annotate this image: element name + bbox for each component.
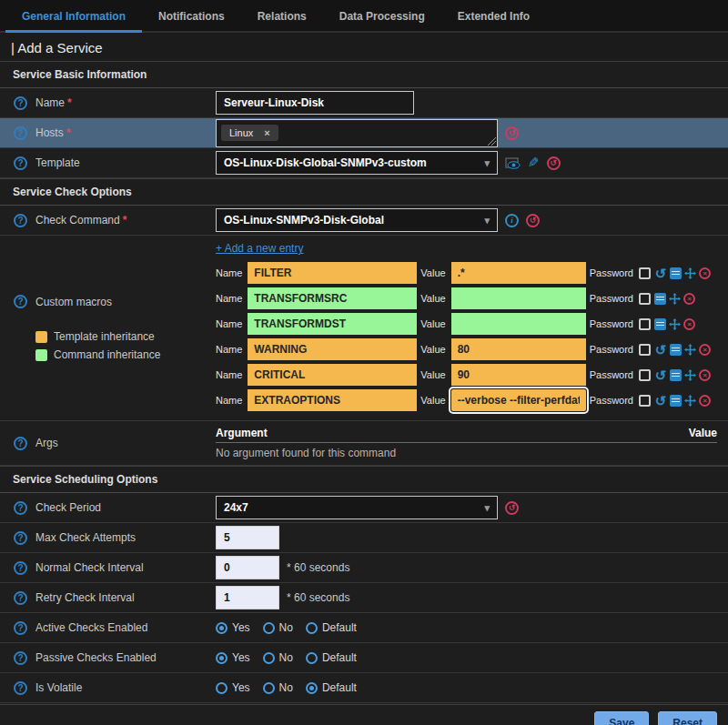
help-icon[interactable]: ? xyxy=(14,295,27,308)
radio-default[interactable] xyxy=(306,682,318,694)
macro-name-input[interactable] xyxy=(248,364,417,386)
check-command-reset-icon[interactable]: ↺ xyxy=(526,214,540,227)
tab-notifications[interactable]: Notifications xyxy=(142,0,241,33)
template-reset-icon[interactable]: ↺ xyxy=(547,156,561,170)
macro-name-input[interactable] xyxy=(248,287,417,309)
max-check-attempts-input[interactable] xyxy=(216,526,279,549)
required-mark: * xyxy=(66,126,71,139)
save-button[interactable]: Save xyxy=(594,711,649,725)
password-checkbox[interactable] xyxy=(639,293,651,305)
macro-undo-icon[interactable]: ↺ xyxy=(654,395,667,407)
form-footer: Save Reset xyxy=(0,704,728,725)
macro-name-input[interactable] xyxy=(248,389,417,411)
macro-undo-icon[interactable]: ↺ xyxy=(654,369,667,381)
tab-relations[interactable]: Relations xyxy=(241,0,323,33)
radio-no[interactable] xyxy=(263,652,275,664)
macro-name-input[interactable] xyxy=(248,262,417,284)
check-period-select[interactable]: 24x7 ▾ xyxy=(216,496,498,519)
password-checkbox[interactable] xyxy=(639,369,651,381)
help-icon[interactable]: ? xyxy=(14,561,27,575)
password-checkbox[interactable] xyxy=(639,318,651,330)
hosts-reset-icon[interactable]: ↺ xyxy=(505,126,519,140)
template-select[interactable]: OS-Linux-Disk-Global-SNMPv3-custom ▾ xyxy=(216,151,498,175)
radio-yes[interactable] xyxy=(216,682,228,694)
help-icon[interactable]: ? xyxy=(14,126,27,140)
row-name: ? Name * xyxy=(0,88,728,118)
macro-description-icon[interactable] xyxy=(670,395,682,407)
macro-undo-icon[interactable]: ↺ xyxy=(654,267,667,279)
macro-password-label: Password xyxy=(590,369,633,380)
macro-delete-icon[interactable]: × xyxy=(699,267,711,279)
tab-data-processing[interactable]: Data Processing xyxy=(323,0,441,33)
macro-value-input[interactable] xyxy=(451,262,586,284)
radio-yes[interactable] xyxy=(216,622,228,634)
host-chip-label: Linux xyxy=(229,127,253,138)
macro-name-input[interactable] xyxy=(248,338,417,360)
host-chip: Linux × xyxy=(221,125,278,141)
macro-value-input[interactable] xyxy=(451,287,586,309)
help-icon[interactable]: ? xyxy=(14,651,27,665)
macro-description-icon[interactable] xyxy=(670,344,682,356)
help-icon[interactable]: ? xyxy=(14,621,27,635)
macro-move-icon[interactable] xyxy=(669,293,681,305)
radio-default[interactable] xyxy=(306,622,318,634)
help-icon[interactable]: ? xyxy=(14,501,27,515)
password-checkbox[interactable] xyxy=(639,267,651,279)
add-macro-link[interactable]: + Add a new entry xyxy=(216,242,303,255)
macro-description-icon[interactable] xyxy=(654,318,666,330)
required-mark: * xyxy=(67,96,72,109)
macro-value-input[interactable] xyxy=(451,313,586,335)
radio-no[interactable] xyxy=(263,682,275,694)
name-input[interactable] xyxy=(216,91,414,115)
macro-value-input[interactable] xyxy=(451,364,586,386)
password-checkbox[interactable] xyxy=(639,395,651,407)
macro-move-icon[interactable] xyxy=(684,267,696,279)
macro-delete-icon[interactable]: × xyxy=(683,293,695,305)
macro-delete-icon[interactable]: × xyxy=(699,344,711,356)
macro-move-icon[interactable] xyxy=(684,369,696,381)
radio-yes[interactable] xyxy=(216,652,228,664)
row-passive-checks-enabled: ? Passive Checks Enabled Yes No Default xyxy=(0,643,728,673)
help-icon[interactable]: ? xyxy=(14,531,27,545)
chevron-down-icon: ▾ xyxy=(484,157,490,169)
macro-delete-icon[interactable]: × xyxy=(699,369,711,381)
tab-extended-info[interactable]: Extended Info xyxy=(441,0,546,33)
macro-value-input[interactable] xyxy=(451,338,586,360)
edit-template-icon[interactable]: ✎ xyxy=(528,155,540,171)
macro-password-label: Password xyxy=(590,344,633,355)
radio-no[interactable] xyxy=(263,622,275,634)
reset-button[interactable]: Reset xyxy=(658,711,717,725)
normal-check-interval-input[interactable] xyxy=(216,556,279,579)
password-checkbox[interactable] xyxy=(639,344,651,356)
help-icon[interactable]: ? xyxy=(14,214,27,227)
hosts-input[interactable]: Linux × xyxy=(216,119,498,147)
help-icon[interactable]: ? xyxy=(14,681,27,695)
retry-check-interval-input[interactable] xyxy=(216,586,279,609)
check-command-select[interactable]: OS-Linux-SNMPv3-Disk-Global ▾ xyxy=(216,208,498,232)
macro-description-icon[interactable] xyxy=(654,293,666,305)
help-icon[interactable]: ? xyxy=(14,96,27,110)
active-checks-label: Active Checks Enabled xyxy=(35,621,147,634)
check-period-reset-icon[interactable]: ↺ xyxy=(505,501,519,515)
macro-undo-icon[interactable]: ↺ xyxy=(654,344,667,356)
view-template-icon[interactable] xyxy=(505,157,521,169)
macro-delete-icon[interactable]: × xyxy=(699,395,711,407)
radio-default[interactable] xyxy=(306,652,318,664)
macro-move-icon[interactable] xyxy=(684,395,696,407)
chip-remove-icon[interactable]: × xyxy=(264,127,269,138)
row-args: ? Args Argument Value No argument found … xyxy=(0,421,728,466)
help-icon[interactable]: ? xyxy=(14,591,27,605)
macro-move-icon[interactable] xyxy=(684,344,696,356)
macro-delete-icon[interactable]: × xyxy=(683,318,695,330)
macro-description-icon[interactable] xyxy=(670,267,682,279)
tab-general-information[interactable]: General Information xyxy=(5,0,142,33)
macro-name-input[interactable] xyxy=(248,313,417,335)
macro-description-icon[interactable] xyxy=(670,369,682,381)
help-icon[interactable]: ? xyxy=(14,156,27,170)
args-label: Args xyxy=(35,437,58,449)
help-icon[interactable]: ? xyxy=(14,437,27,450)
radio-yes-label: Yes xyxy=(232,681,250,694)
macro-move-icon[interactable] xyxy=(669,318,681,330)
macro-value-input-focused[interactable] xyxy=(451,389,586,411)
command-info-icon[interactable]: i xyxy=(505,214,519,227)
